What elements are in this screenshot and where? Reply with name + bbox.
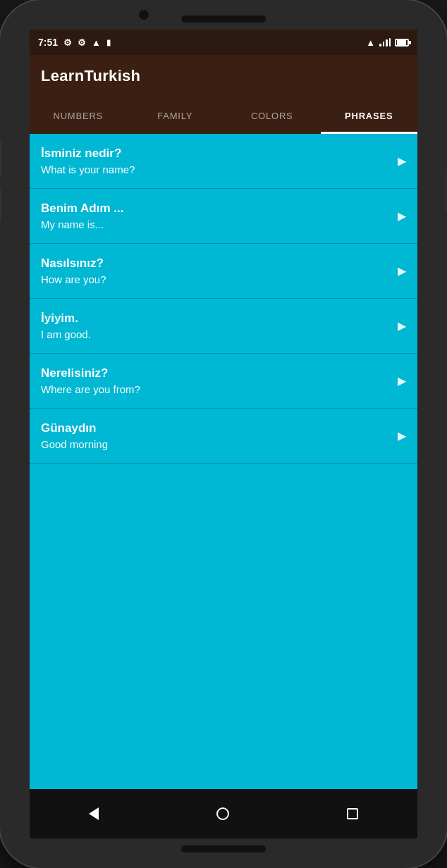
status-time: 7:51	[38, 37, 58, 48]
list-item-text: Benim Adım ... My name is...	[41, 202, 398, 230]
chevron-right-icon: ▶	[398, 374, 406, 388]
list-item-title: İsminiz nedir?	[41, 147, 398, 161]
back-button[interactable]	[72, 802, 116, 826]
list-item-subtitle: Where are you from?	[41, 383, 398, 395]
list-item-text: Nasılsınız? How are you?	[41, 256, 398, 285]
list-item-title: Günaydın	[41, 421, 398, 435]
list-item[interactable]: Günaydın Good morning ▶	[30, 409, 417, 464]
status-bar: 7:51 ⚙ ⚙ ▲ ▮ ▲	[30, 30, 417, 55]
tab-numbers[interactable]: NUMBERS	[30, 97, 127, 134]
list-item-subtitle: My name is...	[41, 218, 398, 230]
list-item-title: İyiyim.	[41, 311, 398, 326]
phrases-list: İsminiz nedir? What is your name? ▶ Beni…	[30, 134, 417, 789]
back-icon	[89, 807, 99, 820]
status-bar-right: ▲	[366, 37, 409, 48]
list-item-title: Benim Adım ...	[41, 202, 398, 216]
list-item-text: İyiyim. I am good.	[41, 311, 398, 340]
volume-up-button[interactable]	[0, 141, 1, 176]
chevron-right-icon: ▶	[398, 154, 406, 168]
chevron-right-icon: ▶	[398, 209, 406, 223]
chevron-right-icon: ▶	[398, 264, 406, 278]
chevron-right-icon: ▶	[398, 429, 406, 442]
front-camera	[139, 10, 149, 20]
speaker-bottom	[181, 845, 266, 852]
signal-icon	[379, 38, 391, 46]
speaker-top	[181, 16, 266, 23]
list-item[interactable]: İyiyim. I am good. ▶	[30, 299, 417, 354]
list-item-title: Nasılsınız?	[41, 256, 398, 271]
home-icon	[216, 807, 229, 820]
settings2-icon: ⚙	[78, 37, 86, 48]
list-item[interactable]: Nasılsınız? How are you? ▶	[30, 244, 417, 299]
list-item-text: Günaydın Good morning	[41, 421, 398, 450]
chevron-right-icon: ▶	[398, 319, 406, 333]
phone-screen: 7:51 ⚙ ⚙ ▲ ▮ ▲ LearnTurkis	[30, 30, 417, 838]
home-button[interactable]	[200, 802, 246, 826]
sim-icon: ▮	[106, 38, 111, 47]
shield-icon: ▲	[92, 37, 101, 48]
app-title: LearnTurkish	[41, 67, 140, 85]
list-item-title: Nerelisiniz?	[41, 366, 398, 380]
list-item-subtitle: How are you?	[41, 273, 398, 285]
tab-family[interactable]: FAMILY	[127, 97, 224, 134]
battery-icon	[395, 39, 409, 46]
recent-apps-button[interactable]	[330, 802, 375, 825]
tab-phrases[interactable]: PHRASES	[321, 97, 418, 134]
bottom-navigation	[30, 789, 417, 838]
list-item-text: İsminiz nedir? What is your name?	[41, 147, 398, 175]
list-item[interactable]: İsminiz nedir? What is your name? ▶	[30, 134, 417, 189]
recent-icon	[347, 808, 358, 819]
phone-device: 7:51 ⚙ ⚙ ▲ ▮ ▲ LearnTurkis	[0, 0, 447, 868]
list-item[interactable]: Nerelisiniz? Where are you from? ▶	[30, 354, 417, 409]
list-item[interactable]: Benim Adım ... My name is... ▶	[30, 189, 417, 244]
tab-bar: NUMBERS FAMILY COLORS PHRASES	[30, 97, 417, 134]
app-bar: LearnTurkish	[30, 55, 417, 97]
volume-down-button[interactable]	[0, 187, 1, 222]
list-item-subtitle: I am good.	[41, 328, 398, 340]
list-item-text: Nerelisiniz? Where are you from?	[41, 366, 398, 395]
wifi-icon: ▲	[366, 37, 375, 48]
settings-icon: ⚙	[63, 37, 72, 48]
tab-colors[interactable]: COLORS	[223, 97, 321, 134]
status-bar-left: 7:51 ⚙ ⚙ ▲ ▮	[38, 37, 111, 48]
list-item-subtitle: What is your name?	[41, 163, 398, 175]
list-item-subtitle: Good morning	[41, 438, 398, 450]
